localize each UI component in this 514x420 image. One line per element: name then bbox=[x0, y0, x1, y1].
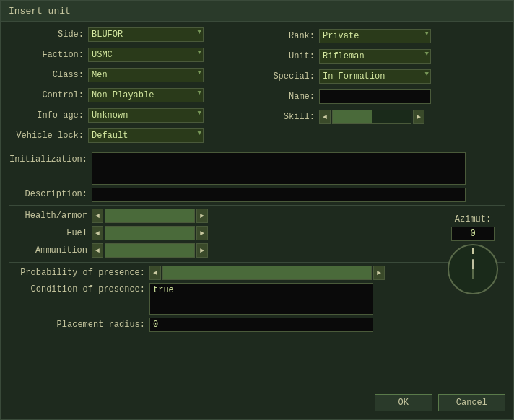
fuel-decrease-btn[interactable]: ◄ bbox=[92, 226, 103, 240]
skill-decrease-btn[interactable]: ◄ bbox=[319, 110, 331, 124]
side-dropdown-wrap: BLUFOR bbox=[88, 27, 204, 42]
class-dropdown[interactable]: Men bbox=[88, 68, 204, 82]
vehicle-lock-dropdown-wrap: Default bbox=[88, 128, 204, 143]
health-increase-btn[interactable]: ► bbox=[196, 209, 208, 223]
skill-label: Skill: bbox=[269, 112, 319, 122]
fuel-label: Fuel bbox=[9, 228, 92, 238]
control-label: Control: bbox=[9, 90, 88, 100]
skill-increase-btn[interactable]: ► bbox=[413, 110, 424, 124]
prob-increase-btn[interactable]: ► bbox=[373, 266, 385, 280]
special-dropdown[interactable]: In Formation bbox=[319, 69, 431, 84]
skill-fill bbox=[333, 110, 372, 123]
fuel-slider-wrap: ◄ ► bbox=[92, 226, 208, 240]
name-label: Name: bbox=[269, 92, 319, 102]
title-text: Insert unit bbox=[9, 6, 71, 17]
unit-label: Unit: bbox=[269, 51, 319, 61]
placement-label: Placement radius: bbox=[9, 320, 149, 330]
prob-fill bbox=[163, 266, 371, 279]
ammo-fill bbox=[105, 244, 194, 257]
side-label: Side: bbox=[9, 30, 88, 40]
health-track[interactable] bbox=[105, 209, 195, 223]
compass-tick bbox=[472, 248, 474, 254]
health-decrease-btn[interactable]: ◄ bbox=[92, 209, 103, 223]
cancel-button[interactable]: Cancel bbox=[438, 394, 505, 411]
ammo-label: Ammunition bbox=[9, 245, 92, 255]
info-age-dropdown[interactable]: Unknown bbox=[88, 108, 204, 123]
health-slider-wrap: ◄ ► bbox=[92, 209, 208, 223]
condition-label: Condition of presence: bbox=[9, 283, 149, 294]
prob-slider-wrap: ◄ ► bbox=[149, 266, 385, 280]
initialization-textarea[interactable] bbox=[92, 152, 466, 185]
skill-track[interactable] bbox=[332, 110, 411, 124]
fuel-fill bbox=[105, 227, 194, 240]
rank-label: Rank: bbox=[269, 31, 319, 41]
unit-dropdown[interactable]: Rifleman bbox=[319, 49, 431, 64]
azimut-input[interactable] bbox=[451, 227, 495, 241]
bottom-buttons: OK Cancel bbox=[375, 394, 505, 411]
condition-textarea[interactable]: true bbox=[149, 283, 373, 315]
skill-slider-wrap: ◄ ► bbox=[319, 110, 424, 124]
initialization-label: Initialization: bbox=[9, 152, 92, 165]
ok-button[interactable]: OK bbox=[375, 394, 432, 411]
control-dropdown-wrap: Non Playable bbox=[88, 88, 204, 102]
ammo-increase-btn[interactable]: ► bbox=[196, 243, 208, 258]
description-label: Description: bbox=[9, 188, 92, 199]
prob-decrease-btn[interactable]: ◄ bbox=[149, 266, 161, 280]
probability-label: Probability of presence: bbox=[9, 268, 149, 278]
faction-dropdown[interactable]: USMC bbox=[88, 48, 204, 62]
special-dropdown-wrap: In Formation bbox=[319, 69, 431, 84]
info-age-dropdown-wrap: Unknown bbox=[88, 108, 204, 123]
placement-input[interactable] bbox=[149, 318, 373, 332]
unit-dropdown-wrap: Rifleman bbox=[319, 49, 431, 64]
special-label: Special: bbox=[269, 71, 319, 82]
faction-label: Faction: bbox=[9, 50, 88, 60]
name-input[interactable] bbox=[319, 89, 431, 104]
rank-dropdown[interactable]: Private bbox=[319, 29, 431, 43]
compass[interactable] bbox=[448, 244, 498, 294]
info-age-label: Info age: bbox=[9, 110, 88, 121]
prob-track[interactable] bbox=[162, 266, 372, 280]
control-dropdown[interactable]: Non Playable bbox=[88, 88, 204, 102]
class-dropdown-wrap: Men bbox=[88, 68, 204, 82]
azimut-label: Azimut: bbox=[455, 214, 491, 224]
health-label: Health/armor bbox=[9, 211, 92, 221]
rank-dropdown-wrap: Private bbox=[319, 29, 431, 43]
vehicle-lock-label: Vehicle lock: bbox=[9, 131, 88, 141]
ammo-slider-wrap: ◄ ► bbox=[92, 243, 208, 258]
description-textarea[interactable] bbox=[92, 188, 466, 202]
compass-needle bbox=[472, 259, 474, 279]
class-label: Class: bbox=[9, 70, 88, 80]
dialog-title: Insert unit bbox=[1, 1, 513, 22]
vehicle-lock-dropdown[interactable]: Default bbox=[88, 128, 204, 143]
fuel-increase-btn[interactable]: ► bbox=[196, 226, 208, 240]
health-fill bbox=[105, 209, 194, 222]
fuel-track[interactable] bbox=[105, 226, 195, 240]
ammo-track[interactable] bbox=[105, 243, 195, 258]
azimut-section: Azimut: bbox=[448, 214, 498, 294]
ammo-decrease-btn[interactable]: ◄ bbox=[92, 243, 103, 258]
insert-unit-dialog: Insert unit Side: BLUFOR Rank: P bbox=[0, 0, 514, 420]
faction-dropdown-wrap: USMC bbox=[88, 48, 204, 62]
side-dropdown[interactable]: BLUFOR bbox=[88, 27, 204, 42]
